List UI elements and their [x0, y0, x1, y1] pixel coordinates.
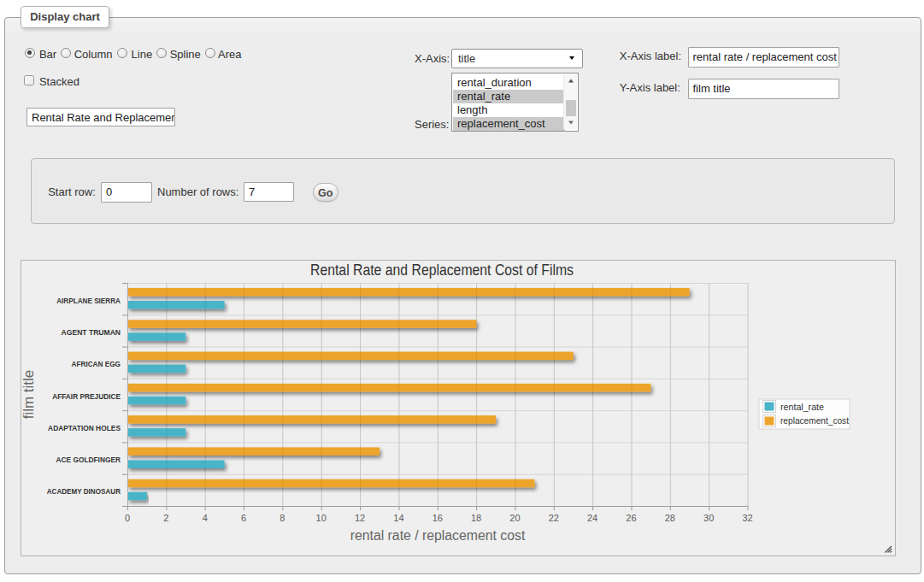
- svg-text:22: 22: [549, 513, 559, 523]
- svg-text:8: 8: [280, 513, 285, 523]
- svg-text:ACADEMY DINOSAUR: ACADEMY DINOSAUR: [47, 486, 121, 496]
- svg-text:AFRICAN EGG: AFRICAN EGG: [72, 359, 121, 368]
- svg-text:Rental Rate and Replacement Co: Rental Rate and Replacement Cost of Film…: [310, 262, 574, 279]
- svg-text:6: 6: [241, 513, 246, 523]
- svg-text:24: 24: [587, 513, 597, 523]
- svg-text:20: 20: [509, 513, 520, 523]
- svg-text:18: 18: [471, 513, 481, 523]
- svg-text:2: 2: [163, 513, 168, 523]
- svg-text:32: 32: [742, 513, 752, 523]
- svg-text:ACE GOLDFINGER: ACE GOLDFINGER: [56, 455, 121, 464]
- svg-text:rental rate / replacement cost: rental rate / replacement cost: [350, 528, 526, 543]
- svg-text:AIRPLANE SIERRA: AIRPLANE SIERRA: [56, 296, 121, 305]
- svg-text:12: 12: [355, 513, 365, 523]
- svg-text:replacement_cost: replacement_cost: [780, 415, 850, 426]
- svg-text:16: 16: [433, 513, 443, 523]
- svg-text:30: 30: [703, 513, 714, 523]
- svg-text:26: 26: [626, 513, 636, 523]
- svg-text:AGENT TRUMAN: AGENT TRUMAN: [62, 327, 121, 337]
- svg-text:4: 4: [203, 513, 208, 523]
- svg-text:ADAPTATION HOLES: ADAPTATION HOLES: [48, 423, 121, 432]
- svg-text:AFFAIR PREJUDICE: AFFAIR PREJUDICE: [52, 391, 121, 401]
- svg-text:10: 10: [316, 513, 327, 523]
- svg-text:28: 28: [665, 513, 675, 523]
- svg-text:rental_rate: rental_rate: [780, 402, 824, 412]
- svg-text:film title: film title: [21, 370, 37, 420]
- svg-text:14: 14: [393, 513, 403, 523]
- svg-text:0: 0: [125, 513, 130, 523]
